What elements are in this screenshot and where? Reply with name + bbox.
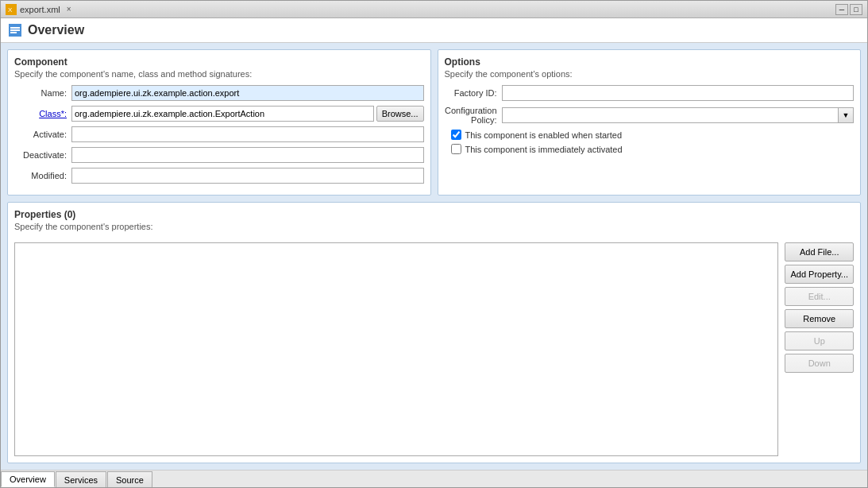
enabled-checkbox[interactable]	[451, 130, 461, 140]
window-title: export.xml	[20, 5, 60, 14]
modified-input[interactable]	[71, 168, 424, 184]
svg-text:X: X	[8, 6, 13, 14]
overview-header: Overview	[1, 18, 867, 43]
class-input-group: Browse...	[71, 106, 424, 122]
checkbox2-row: This component is immediately activated	[445, 144, 854, 154]
name-label: Name:	[14, 88, 71, 98]
svg-rect-4	[10, 29, 20, 31]
component-panel-subtitle: Specify the component's name, class and …	[14, 69, 424, 79]
properties-panel: Properties (0) Specify the component's p…	[7, 202, 861, 463]
up-button[interactable]: Up	[785, 331, 854, 351]
factory-id-label: Factory ID:	[445, 88, 502, 98]
main-window: X export.xml × ─ □ Overview	[0, 0, 868, 488]
bottom-tabs: Overview Services Source	[1, 470, 867, 487]
svg-rect-3	[10, 27, 20, 29]
main-content: Component Specify the component's name, …	[1, 43, 867, 470]
properties-content: Add File... Add Property... Edit... Remo…	[14, 242, 854, 456]
down-button[interactable]: Down	[785, 354, 854, 373]
add-file-button[interactable]: Add File...	[785, 242, 854, 261]
component-panel-title: Component	[14, 56, 424, 68]
activated-checkbox-label: This component is immediately activated	[465, 145, 623, 154]
activate-input[interactable]	[71, 126, 424, 142]
config-policy-dropdown: ▼	[502, 107, 854, 123]
config-policy-label: Configuration Policy:	[445, 106, 502, 125]
title-bar-left: X export.xml ×	[6, 4, 75, 15]
class-row: Class*: Browse...	[14, 106, 424, 122]
config-policy-row: Configuration Policy: ▼	[445, 106, 854, 125]
tab-close-button[interactable]: ×	[64, 4, 75, 15]
tab-services[interactable]: Services	[56, 471, 106, 487]
properties-title: Properties (0)	[14, 209, 854, 220]
edit-button[interactable]: Edit...	[785, 287, 854, 306]
class-label[interactable]: Class*:	[14, 109, 71, 118]
tab-source[interactable]: Source	[107, 471, 152, 487]
add-property-button[interactable]: Add Property...	[785, 265, 854, 284]
modified-label: Modified:	[14, 171, 71, 180]
title-bar-controls: ─ □	[835, 4, 862, 15]
deactivate-row: Deactivate:	[14, 147, 424, 163]
page-title: Overview	[28, 23, 84, 37]
modified-row: Modified:	[14, 168, 424, 184]
activated-checkbox[interactable]	[451, 144, 461, 154]
component-panel: Component Specify the component's name, …	[7, 49, 431, 196]
checkbox1-row: This component is enabled when started	[445, 130, 854, 140]
properties-list	[14, 242, 778, 456]
name-input[interactable]	[71, 85, 424, 101]
remove-button[interactable]: Remove	[785, 309, 854, 328]
title-bar: X export.xml × ─ □	[1, 1, 867, 18]
overview-icon	[9, 24, 21, 37]
options-panel-title: Options	[445, 56, 854, 68]
activate-row: Activate:	[14, 126, 424, 142]
browse-button[interactable]: Browse...	[376, 106, 424, 122]
maximize-button[interactable]: □	[850, 4, 862, 15]
options-panel: Options Specify the component's options:…	[438, 49, 862, 196]
factory-id-input[interactable]	[502, 85, 854, 101]
properties-subtitle: Specify the component's properties:	[14, 222, 854, 231]
config-policy-input[interactable]	[502, 107, 839, 123]
properties-buttons: Add File... Add Property... Edit... Remo…	[785, 242, 854, 456]
name-row: Name:	[14, 85, 424, 101]
minimize-button[interactable]: ─	[835, 4, 848, 15]
top-panels: Component Specify the component's name, …	[7, 49, 861, 196]
svg-rect-5	[10, 32, 17, 33]
factory-id-row: Factory ID:	[445, 85, 854, 101]
deactivate-input[interactable]	[71, 147, 424, 163]
tab-overview[interactable]: Overview	[1, 471, 55, 487]
activate-label: Activate:	[14, 130, 71, 139]
enabled-checkbox-label: This component is enabled when started	[465, 130, 623, 140]
class-input[interactable]	[71, 106, 374, 122]
file-icon: X	[6, 4, 17, 15]
dropdown-arrow-icon[interactable]: ▼	[838, 107, 854, 123]
options-panel-subtitle: Specify the component's options:	[445, 69, 854, 79]
deactivate-label: Deactivate:	[14, 150, 71, 160]
